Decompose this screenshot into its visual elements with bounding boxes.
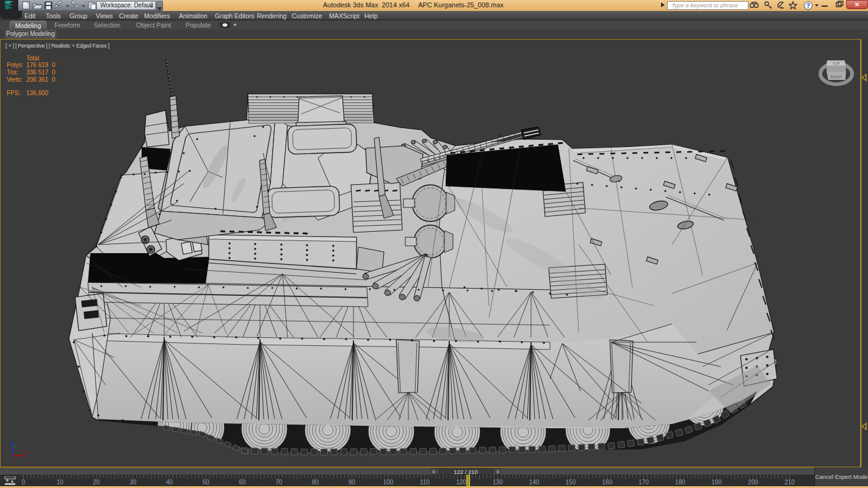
svg-text:80: 80 — [312, 479, 319, 486]
svg-text:170: 170 — [638, 479, 649, 486]
svg-text:50: 50 — [203, 479, 210, 486]
svg-text:20: 20 — [93, 479, 100, 486]
svg-text:0: 0 — [22, 479, 26, 486]
svg-text:?: ? — [806, 2, 810, 9]
svg-text:110: 110 — [420, 479, 430, 486]
svg-text:X: X — [23, 449, 26, 454]
svg-text:40: 40 — [166, 479, 173, 486]
svg-text:210: 210 — [784, 479, 795, 486]
svg-text:150: 150 — [566, 479, 576, 486]
svg-text:30: 30 — [129, 479, 137, 486]
svg-text:70: 70 — [275, 479, 283, 486]
svg-text:90: 90 — [349, 479, 356, 486]
svg-text:200: 200 — [748, 479, 758, 486]
svg-text:160: 160 — [602, 479, 612, 486]
svg-text:60: 60 — [239, 479, 247, 486]
svg-text:Z: Z — [10, 440, 13, 446]
svg-text:10: 10 — [57, 479, 64, 486]
svg-text:100: 100 — [383, 479, 394, 486]
svg-text:120: 120 — [456, 479, 466, 486]
svg-text:190: 190 — [712, 479, 722, 486]
svg-text:TOP: TOP — [833, 62, 840, 65]
svg-text:Y: Y — [14, 444, 17, 448]
svg-text:130: 130 — [493, 479, 503, 486]
svg-text:180: 180 — [675, 479, 685, 486]
svg-text:140: 140 — [529, 479, 540, 486]
svg-text:RIGHT: RIGHT — [831, 75, 842, 79]
